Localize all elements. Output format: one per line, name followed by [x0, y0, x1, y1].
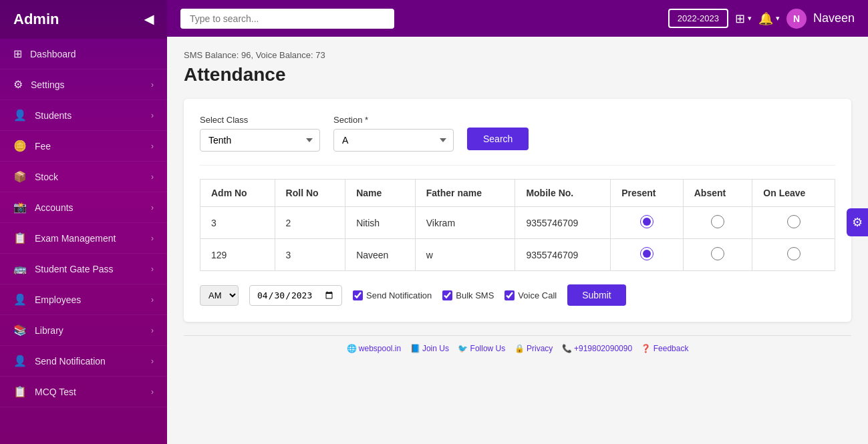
chevron-right-icon: › [151, 142, 154, 151]
sidebar-item-library[interactable]: 📚 Library › [0, 315, 167, 346]
dashboard-icon: ⊞ [13, 47, 22, 60]
employees-icon: 👤 [13, 293, 27, 306]
sidebar-item-accounts[interactable]: 📸 Accounts › [0, 192, 167, 223]
sidebar-item-students[interactable]: 👤 Students › [0, 100, 167, 131]
present-radio[interactable] [640, 247, 654, 260]
absent-radio[interactable] [711, 215, 724, 228]
class-label: Select Class [200, 115, 320, 125]
table-header-row: Adm No Roll No Name Father name Mobile N… [200, 180, 835, 207]
table-row: 129 3 Naveen w 9355746709 [200, 239, 835, 271]
mcq-icon: 📋 [13, 385, 27, 398]
bottom-bar: AM PM Send Notification Bulk SMS Voice C… [200, 284, 835, 306]
cell-absent[interactable] [683, 239, 752, 271]
accounts-icon: 📸 [13, 201, 27, 214]
table-row: 3 2 Nitish Vikram 9355746709 [200, 207, 835, 239]
footer-webspool[interactable]: 🌐 webspool.in [343, 344, 405, 353]
form-divider [200, 165, 835, 166]
class-select[interactable]: Tenth Ninth Eighth Seventh [200, 129, 320, 152]
cell-father: w [415, 239, 515, 271]
chevron-right-icon: › [151, 387, 154, 397]
submit-button[interactable]: Submit [567, 284, 626, 306]
sidebar-toggle-icon[interactable]: ◀ [144, 12, 154, 27]
user-name-label: Naveen [813, 11, 855, 25]
sidebar-item-mcq-test[interactable]: 📋 MCQ Test › [0, 377, 167, 407]
topbar: 2022-2023 ⊞ ▾ 🔔 ▾ N Naveen [167, 0, 868, 37]
app-title: Admin [13, 11, 59, 28]
settings-fab-button[interactable]: ⚙ [847, 208, 868, 236]
search-button[interactable]: Search [467, 128, 529, 150]
voice-call-checkbox-label[interactable]: Voice Call [504, 290, 557, 300]
footer-follow[interactable]: 🐦 Follow Us [454, 344, 509, 353]
cell-mobile: 9355746709 [515, 207, 611, 239]
sms-balance-label: SMS Balance: 96, Voice Balance: 73 [184, 50, 851, 60]
sidebar-item-send-notification[interactable]: 👤 Send Notification › [0, 346, 167, 377]
sidebar-item-label: Employees [35, 294, 81, 305]
footer-phone[interactable]: 📞 +919802090090 [559, 344, 635, 353]
date-input[interactable] [249, 285, 342, 306]
cell-adm-no: 129 [200, 239, 275, 271]
gate-pass-icon: 🚌 [13, 262, 27, 275]
sidebar-item-stock[interactable]: 📦 Stock › [0, 162, 167, 192]
session-select[interactable]: AM PM [200, 285, 239, 306]
col-name: Name [345, 180, 416, 207]
cell-present[interactable] [611, 207, 684, 239]
settings-icon: ⚙ [13, 78, 23, 91]
cell-name: Naveen [345, 239, 416, 271]
chevron-right-icon: › [151, 264, 154, 274]
section-select[interactable]: A B C [333, 129, 454, 152]
col-adm-no: Adm No [200, 180, 275, 207]
topbar-right: 2022-2023 ⊞ ▾ 🔔 ▾ N Naveen [668, 9, 855, 29]
sidebar-item-fee[interactable]: 🪙 Fee › [0, 131, 167, 162]
cell-roll-no: 3 [275, 239, 345, 271]
page-title: Attendance [184, 64, 851, 85]
footer-joinus[interactable]: 📘 Join Us [407, 344, 452, 353]
sidebar-item-label: MCQ Test [35, 387, 76, 397]
col-mobile: Mobile No. [515, 180, 611, 207]
notification-icon: 👤 [13, 355, 27, 367]
class-form-group: Select Class Tenth Ninth Eighth Seventh [200, 115, 320, 152]
sidebar-item-exam-management[interactable]: 📋 Exam Management › [0, 223, 167, 254]
grid-menu-button[interactable]: ⊞ ▾ [735, 11, 752, 26]
chevron-right-icon: › [151, 80, 154, 89]
chevron-right-icon: › [151, 295, 154, 304]
col-on-leave: On Leave [752, 180, 835, 207]
voice-call-checkbox[interactable] [504, 290, 515, 300]
cell-mobile: 9355746709 [515, 239, 611, 271]
sidebar-item-gate-pass[interactable]: 🚌 Student Gate Pass › [0, 254, 167, 284]
on-leave-radio[interactable] [787, 215, 801, 228]
bulk-sms-checkbox[interactable] [442, 290, 452, 300]
cell-on-leave[interactable] [752, 207, 835, 239]
absent-radio[interactable] [711, 247, 724, 260]
voice-call-label: Voice Call [518, 290, 557, 300]
main-area: 2022-2023 ⊞ ▾ 🔔 ▾ N Naveen SMS Balance: … [167, 0, 868, 444]
bulk-sms-label: Bulk SMS [456, 290, 494, 300]
footer-feedback[interactable]: ❓ Feedback [637, 344, 692, 353]
students-icon: 👤 [13, 109, 27, 122]
exam-icon: 📋 [13, 232, 27, 244]
chevron-right-icon: › [151, 234, 154, 243]
search-input[interactable] [180, 9, 394, 29]
fee-icon: 🪙 [13, 140, 27, 152]
sidebar-item-label: Accounts [35, 202, 74, 213]
sidebar-item-dashboard[interactable]: ⊞ Dashboard [0, 39, 167, 69]
cell-absent[interactable] [683, 207, 752, 239]
present-radio[interactable] [640, 215, 654, 228]
send-notification-checkbox[interactable] [353, 290, 363, 300]
sidebar-item-label: Library [35, 325, 63, 336]
content-area: SMS Balance: 96, Voice Balance: 73 Atten… [167, 37, 868, 444]
sidebar-item-label: Exam Management [35, 233, 116, 244]
attendance-table: Adm No Roll No Name Father name Mobile N… [200, 179, 835, 271]
cell-present[interactable] [611, 239, 684, 271]
col-absent: Absent [683, 180, 752, 207]
user-menu-button[interactable]: Naveen [813, 11, 855, 25]
footer-privacy[interactable]: 🔒 Privacy [511, 344, 557, 353]
sidebar-item-employees[interactable]: 👤 Employees › [0, 284, 167, 315]
on-leave-radio[interactable] [787, 247, 801, 260]
sidebar-item-settings[interactable]: ⚙ Settings › [0, 69, 167, 100]
cell-on-leave[interactable] [752, 239, 835, 271]
send-notification-checkbox-label[interactable]: Send Notification [353, 290, 432, 300]
chevron-right-icon: › [151, 172, 154, 182]
notification-bell-button[interactable]: 🔔 ▾ [758, 11, 780, 26]
cell-roll-no: 2 [275, 207, 345, 239]
bulk-sms-checkbox-label[interactable]: Bulk SMS [442, 290, 494, 300]
